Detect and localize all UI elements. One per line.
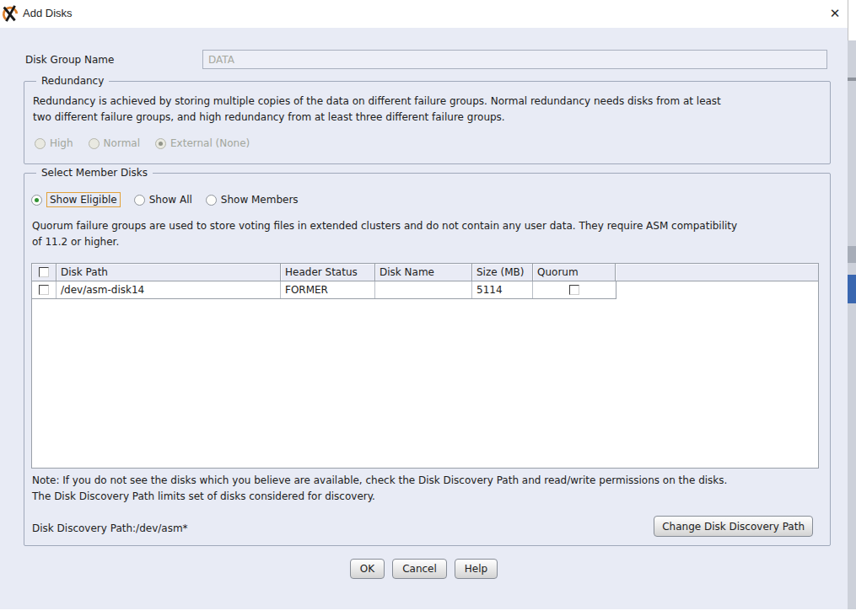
radio-show-members[interactable]: Show Members (206, 194, 299, 206)
disks-table-header: Disk Path Header Status Disk Name Size (… (31, 263, 819, 281)
disk-filter-options: Show Eligible Show All Show Members (31, 192, 299, 207)
titlebar[interactable]: Add Disks ✕ (0, 0, 848, 28)
background-window-sliver-divider (848, 78, 856, 81)
redundancy-description: Redundancy is achieved by storing multip… (33, 94, 721, 126)
select-member-disks-group: Select Member Disks Show Eligible Show A… (24, 173, 831, 546)
radio-normal: Normal (89, 137, 140, 149)
dialog-body: Disk Group Name Redundancy Redundancy is… (0, 28, 848, 609)
redundancy-group: Redundancy Redundancy is achieved by sto… (24, 81, 831, 164)
row-select-cell[interactable] (32, 281, 57, 298)
quorum-description-line2: of 11.2 or higher. (32, 234, 737, 250)
select-member-disks-title: Select Member Disks (36, 167, 153, 179)
quorum-checkbox[interactable] (569, 285, 579, 295)
radio-show-members-circle-icon[interactable] (206, 195, 217, 206)
discovery-note: Note: If you do not see the disks which … (32, 473, 727, 505)
cell-disk-name[interactable] (375, 281, 472, 298)
footer-button-bar: OK Cancel Help (0, 559, 848, 579)
quorum-description-line1: Quorum failure groups are used to store … (32, 218, 737, 234)
x11-app-icon (2, 4, 20, 23)
redundancy-description-line1: Redundancy is achieved by storing multip… (33, 94, 721, 110)
ok-button[interactable]: OK (350, 559, 385, 579)
cell-size-mb[interactable]: 5114 (472, 281, 533, 298)
cell-header-status[interactable]: FORMER (281, 281, 375, 298)
column-header-disk-name[interactable]: Disk Name (375, 264, 472, 281)
radio-high: High (35, 137, 73, 149)
disks-table: Disk Path Header Status Disk Name Size (… (31, 263, 819, 469)
cell-disk-path[interactable]: /dev/asm-disk14 (57, 281, 281, 298)
disk-discovery-path-label: Disk Discovery Path:/dev/asm* (32, 522, 188, 534)
table-row[interactable]: /dev/asm-disk14 FORMER 5114 (32, 281, 616, 299)
column-header-quorum[interactable]: Quorum (533, 264, 616, 281)
radio-show-eligible[interactable]: Show Eligible (31, 192, 121, 207)
bottom-strip (0, 609, 856, 616)
radio-show-all[interactable]: Show All (134, 194, 192, 206)
redundancy-options: High Normal External (None) (35, 137, 250, 149)
help-button[interactable]: Help (455, 559, 498, 579)
quorum-description: Quorum failure groups are used to store … (32, 218, 737, 250)
column-header-header-status[interactable]: Header Status (281, 264, 375, 281)
radio-show-all-circle-icon[interactable] (134, 195, 145, 206)
background-window-sliver (848, 0, 856, 616)
column-header-disk-path[interactable]: Disk Path (57, 264, 281, 281)
disks-table-body[interactable]: /dev/asm-disk14 FORMER 5114 (31, 281, 819, 469)
cancel-button[interactable]: Cancel (392, 559, 447, 579)
radio-external-selected-icon (155, 138, 166, 149)
select-all-checkbox[interactable] (39, 267, 49, 277)
select-all-header-cell[interactable] (32, 264, 57, 281)
discovery-note-line2: The Disk Discovery Path limits set of di… (32, 489, 727, 505)
column-header-filler (616, 264, 818, 281)
change-disk-discovery-path-button[interactable]: Change Disk Discovery Path (654, 516, 813, 537)
column-header-size-mb[interactable]: Size (MB) (472, 264, 533, 281)
background-window-sliver-blue-segment (848, 275, 856, 303)
add-disks-dialog: Add Disks ✕ Disk Group Name Redundancy R… (0, 0, 856, 616)
background-window-sliver-segment (848, 246, 856, 263)
background-window-sliver-top (848, 0, 856, 40)
redundancy-group-title: Redundancy (36, 75, 109, 87)
disk-group-name-field (202, 50, 827, 69)
radio-normal-circle-icon (89, 138, 100, 149)
window-title: Add Disks (23, 7, 73, 19)
cell-quorum[interactable] (533, 281, 616, 298)
disk-group-name-label: Disk Group Name (25, 54, 114, 66)
radio-external-none: External (None) (155, 137, 250, 149)
radio-high-circle-icon (35, 138, 46, 149)
row-select-checkbox[interactable] (39, 285, 49, 295)
close-icon[interactable]: ✕ (826, 5, 843, 22)
redundancy-description-line2: two different failure groups, and high r… (33, 110, 721, 126)
radio-show-eligible-selected-icon[interactable] (31, 195, 42, 206)
discovery-note-line1: Note: If you do not see the disks which … (32, 473, 727, 489)
